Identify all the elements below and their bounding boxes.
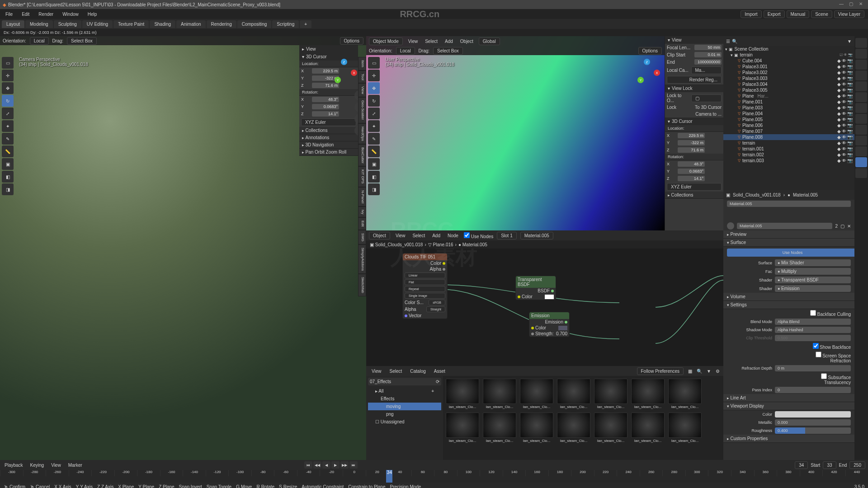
sec-collections-r[interactable]: ▸ Collections — [665, 192, 723, 199]
tab-shading[interactable]: Shading — [150, 20, 175, 28]
tool-transform[interactable]: ✦ — [2, 120, 14, 132]
vmenu-select[interactable]: Select — [423, 38, 439, 45]
asset-thumb[interactable]: Ian_steam_Clo... — [594, 413, 627, 443]
tool-scale[interactable]: ⤢ — [2, 108, 14, 119]
ntab-hardops[interactable]: HardOps — [358, 123, 366, 144]
ntab-smg[interactable]: SMG — [358, 230, 366, 244]
euler-dropdown[interactable]: XYZ Euler — [301, 118, 356, 126]
asset-thumb[interactable]: Ian_steam_Clo... — [668, 379, 702, 409]
tool-select[interactable]: ▭ — [2, 57, 14, 69]
sec-lineart[interactable]: ▸ Line Art — [723, 394, 854, 402]
surface-field[interactable]: ● Mix Shader — [775, 259, 851, 266]
render-icon[interactable]: 📷 — [847, 94, 853, 99]
color-swatch[interactable] — [775, 411, 851, 418]
ptab-output[interactable] — [855, 49, 867, 59]
cursor-ry[interactable] — [312, 104, 339, 109]
tree-add-icon[interactable]: + — [431, 389, 434, 394]
imgtex-src[interactable]: Single Image — [405, 293, 445, 299]
tool-addcube-r[interactable]: ▣ — [368, 158, 380, 170]
menu-file[interactable]: File — [4, 11, 14, 18]
ptab-modifier[interactable] — [855, 103, 867, 113]
nav-gizmo[interactable]: X Y Z — [330, 59, 357, 86]
outliner-search-icon[interactable]: 🔍 — [732, 39, 737, 44]
viewport-right[interactable]: Object Mode View Select Add Object Globa… — [366, 36, 665, 230]
cursor-head-r[interactable]: ▾ — [668, 119, 670, 124]
bc-obj[interactable]: ▣ Solid_Clouds_v001.018 — [370, 242, 423, 247]
props-bc-obj[interactable]: Solid_Clouds_v001.018 — [733, 192, 781, 197]
tab-compositing[interactable]: Compositing — [237, 20, 272, 28]
cursor-x-r[interactable] — [678, 133, 705, 138]
ptab-particle[interactable] — [855, 114, 867, 124]
shader-type[interactable]: Object — [369, 232, 390, 239]
close-button[interactable]: ✕ — [859, 1, 865, 8]
jump-start-icon[interactable]: ⏮ — [304, 461, 312, 469]
eye-icon[interactable]: 👁 — [842, 152, 846, 157]
transp-color-swatch[interactable] — [545, 295, 554, 299]
eye-icon[interactable]: 👁 — [842, 129, 846, 134]
mod-icon[interactable]: ◆ — [837, 123, 841, 128]
eye-icon[interactable]: 👁 — [842, 82, 846, 87]
props-bc-mat[interactable]: Material.005 — [793, 192, 818, 197]
cursor-ry-r[interactable] — [678, 169, 705, 174]
mat-new[interactable]: ▢ — [840, 224, 844, 229]
fac-field[interactable]: ● Multiply — [775, 268, 851, 275]
orientation-dropdown[interactable]: Local — [30, 37, 49, 45]
sec-collections[interactable]: ▸ Collections — [299, 127, 358, 134]
asset-thumb[interactable]: Ian_steam_Clo... — [557, 379, 590, 409]
tree-moving[interactable]: moving — [368, 403, 441, 410]
asset-refresh-icon[interactable]: ⟳ — [436, 379, 439, 384]
outliner-item[interactable]: ▽ Plane.001◆ 👁 📷 — [723, 99, 854, 105]
sec-volume[interactable]: ▸ Volume — [723, 293, 854, 301]
mod-icon[interactable]: ◆ — [837, 58, 841, 63]
tool-select-r[interactable]: ▭ — [368, 57, 380, 69]
mod-icon[interactable]: ◆ — [837, 152, 841, 157]
tool-addcube[interactable]: ▣ — [2, 158, 14, 170]
next-key-icon[interactable]: ▶▶ — [340, 461, 349, 469]
render-reg-check[interactable]: Render Reg... — [667, 76, 722, 84]
clipend-input[interactable] — [694, 59, 722, 65]
orientation-dropdown-r[interactable]: Local — [396, 47, 415, 55]
vmenu-add[interactable]: Add — [443, 38, 455, 45]
sec-panorbit[interactable]: ▸ Pan Orbit Zoom Roll — [299, 149, 358, 156]
tool-measure-r[interactable]: 📏 — [368, 145, 380, 157]
outliner-terrain[interactable]: ▾ ▣ terrain☑ 👁 📷 — [723, 52, 854, 58]
asset-thumb[interactable]: Ian_steam_Clo... — [483, 379, 516, 409]
mod-icon[interactable]: ◆ — [837, 99, 841, 104]
sec-custom[interactable]: ▸ Custom Properties — [723, 435, 854, 443]
outliner-item[interactable]: ▽ PlaneHar...◆ 👁 📷 — [723, 93, 854, 99]
mod-icon[interactable]: ◆ — [837, 129, 841, 134]
imgtex-cs[interactable]: sRGB — [429, 300, 445, 305]
render-icon[interactable]: 📷 — [847, 64, 853, 69]
eye-icon[interactable]: 👁 — [842, 70, 846, 75]
sec-3dnav[interactable]: ▸ 3D Navigation — [299, 141, 358, 149]
shader2-field[interactable]: ● Emission — [775, 285, 851, 292]
asset-thumb[interactable]: Ian_steam_Clo... — [520, 413, 553, 443]
tab-uv[interactable]: UV Editing — [82, 20, 113, 28]
menu-window[interactable]: Window — [61, 11, 80, 18]
axis-y-icon[interactable]: Y — [335, 77, 341, 83]
ntab-npanel[interactable]: N-Panel — [358, 187, 366, 206]
manual-button[interactable]: Manual — [787, 10, 810, 18]
eye-icon[interactable]: 👁 — [842, 64, 846, 69]
viewlayer-selector[interactable]: View Layer — [834, 10, 864, 18]
options-dropdown[interactable]: Options — [340, 37, 363, 45]
tl-playback[interactable]: Playback — [3, 462, 25, 469]
ptab-material[interactable] — [855, 157, 867, 167]
shadow-field[interactable]: Alpha Hashed — [775, 327, 851, 333]
camera-to[interactable]: Camera to ... — [695, 112, 722, 117]
rough-field[interactable]: 0.400 — [775, 427, 851, 434]
frame-start[interactable]: 33 — [823, 461, 836, 469]
asset-thumb[interactable]: Ian_steam_Clo... — [446, 379, 479, 409]
asset-thumb[interactable]: Ian_steam_Clo... — [631, 379, 665, 409]
axis-x-icon[interactable]: X — [351, 70, 357, 76]
outliner-item[interactable]: ▽ Palace3.005◆ 👁 📷 — [723, 87, 854, 93]
scene-selector[interactable]: Scene — [811, 10, 832, 18]
focal-input[interactable] — [694, 45, 722, 50]
outliner-item[interactable]: ▽ Palace3.001◆ 👁 📷 — [723, 64, 854, 70]
ntab-tool[interactable]: Tool — [358, 70, 366, 84]
frame-end[interactable]: 250 — [849, 461, 865, 469]
ptab-data[interactable] — [855, 146, 867, 156]
outliner-item[interactable]: ▽ Plane.005◆ 👁 📷 — [723, 117, 854, 122]
tool-transform-r[interactable]: ✦ — [368, 120, 380, 132]
lockto-field[interactable]: ▢ — [691, 94, 722, 102]
